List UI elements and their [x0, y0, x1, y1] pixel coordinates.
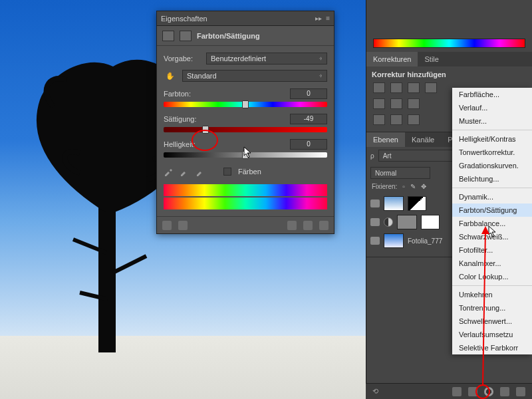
- menu-vibrance[interactable]: Dynamik...: [452, 190, 532, 203]
- mask-add-icon[interactable]: [468, 387, 477, 396]
- panel-menu-icon[interactable]: ≡: [326, 15, 330, 22]
- targeted-adjust-icon[interactable]: ✋: [164, 72, 177, 80]
- saturation-slider[interactable]: [164, 127, 327, 132]
- clip-to-layer-icon[interactable]: [162, 221, 172, 230]
- adjustment-type-icon: [162, 31, 174, 41]
- levels-icon[interactable]: [390, 82, 402, 93]
- folder-icon[interactable]: [500, 387, 509, 396]
- layer-name[interactable]: Fotolia_777: [408, 237, 442, 245]
- menu-gradient-map[interactable]: Verlaufsumsetzu: [452, 328, 532, 341]
- eyedropper-minus-icon[interactable]: [196, 167, 205, 176]
- menu-exposure[interactable]: Belichtung...: [452, 172, 532, 186]
- exposure-icon[interactable]: [425, 82, 437, 93]
- panel-subheader: Farbton/Sättigung: [157, 26, 334, 46]
- layer-thumb[interactable]: [384, 233, 404, 248]
- eyedropper-plus-icon[interactable]: [180, 167, 189, 176]
- hue-thumb[interactable]: [242, 100, 249, 108]
- tab-adjustments[interactable]: Korrekturen: [366, 52, 418, 66]
- color-spectrum-shifted: [164, 198, 327, 209]
- previous-state-icon[interactable]: [178, 221, 188, 230]
- new-layer-icon[interactable]: [516, 387, 525, 396]
- layer-visibility-icon[interactable]: [370, 237, 380, 245]
- lock-move-icon[interactable]: ✥: [421, 183, 426, 190]
- channel-dropdown[interactable]: Standard: [182, 70, 327, 82]
- lightness-label: Helligkeit:: [164, 140, 196, 148]
- menu-black-white[interactable]: Schwarzweiß...: [452, 230, 532, 243]
- curves-icon[interactable]: [408, 82, 420, 93]
- menu-curves[interactable]: Gradationskurven.: [452, 159, 532, 172]
- add-adjustment-label: Korrektur hinzufügen: [366, 66, 532, 80]
- color-panel-strip[interactable]: [373, 39, 525, 48]
- layer-mask-thumb[interactable]: [421, 215, 440, 229]
- visibility-icon[interactable]: [287, 221, 297, 230]
- menu-solid-color[interactable]: Farbfläche...: [452, 88, 532, 101]
- lock-brush-icon[interactable]: ✎: [410, 183, 416, 190]
- tab-layers[interactable]: Ebenen: [366, 132, 405, 147]
- color-spectrum: [164, 184, 327, 196]
- hue-value[interactable]: 0: [290, 88, 327, 99]
- color-balance-icon[interactable]: [408, 98, 420, 109]
- preset-dropdown[interactable]: Benutzerdefiniert: [206, 53, 327, 65]
- menu-posterize[interactable]: Tontrennung...: [452, 301, 532, 315]
- photo-filter-icon[interactable]: [390, 114, 402, 125]
- menu-levels[interactable]: Tonwertkorrektur.: [452, 146, 532, 159]
- menu-invert[interactable]: Umkehren: [452, 288, 532, 301]
- blend-mode-dropdown[interactable]: Normal: [370, 167, 430, 179]
- brightness-icon[interactable]: [373, 82, 385, 93]
- menu-photo-filter[interactable]: Fotofilter...: [452, 243, 532, 257]
- lightness-value[interactable]: 0: [290, 139, 327, 150]
- colorize-label: Färben: [238, 168, 261, 176]
- lock-pixels-icon[interactable]: ▫: [402, 183, 405, 190]
- link-layers-icon[interactable]: ⟲: [372, 387, 378, 396]
- menu-threshold[interactable]: Schwellenwert...: [452, 315, 532, 328]
- saturation-thumb[interactable]: [202, 126, 209, 134]
- preset-label: Vorgabe:: [164, 55, 201, 63]
- eyedropper-icon[interactable]: [164, 167, 173, 176]
- hue-slider[interactable]: [164, 102, 327, 107]
- saturation-label: Sättigung:: [164, 115, 197, 123]
- saturation-value[interactable]: -49: [290, 114, 327, 124]
- layer-thumb[interactable]: [397, 215, 417, 229]
- fx-icon[interactable]: [452, 387, 462, 396]
- panel-footer: [157, 216, 334, 233]
- menu-color-balance[interactable]: Farbbalance...: [452, 217, 532, 230]
- adjustment-name: Farbton/Sättigung: [197, 32, 260, 40]
- layer-visibility-icon[interactable]: [370, 200, 380, 207]
- colorize-checkbox[interactable]: [223, 168, 231, 176]
- layers-footer-bar: ⟲: [366, 383, 532, 399]
- hue-label: Farbton:: [164, 90, 191, 98]
- adjustment-circle-icon: [384, 217, 393, 227]
- new-adjustment-layer-icon[interactable]: [484, 387, 493, 396]
- adjustment-context-menu: Farbfläche... Verlauf... Muster... Helli…: [452, 88, 532, 354]
- lock-label: Fixieren:: [372, 183, 397, 190]
- menu-selective-color[interactable]: Selektive Farbkorr: [452, 341, 532, 354]
- menu-gradient[interactable]: Verlauf...: [452, 101, 532, 114]
- menu-channel-mixer[interactable]: Kanalmixer...: [452, 257, 532, 270]
- tab-channels[interactable]: Kanäle: [405, 132, 441, 147]
- menu-brightness-contrast[interactable]: Helligkeit/Kontras: [452, 132, 532, 146]
- svg-rect-0: [98, 206, 116, 352]
- collapse-chevrons-icon[interactable]: ▸▸: [315, 15, 322, 22]
- lightness-thumb[interactable]: [242, 151, 249, 159]
- channel-mixer-icon[interactable]: [408, 114, 420, 125]
- trash-icon[interactable]: [319, 221, 329, 230]
- panel-header[interactable]: Eigenschaften ▸▸ ≡: [157, 11, 334, 26]
- tab-styles[interactable]: Stile: [418, 52, 445, 66]
- layer-mask-thumb[interactable]: [408, 196, 426, 211]
- reset-icon[interactable]: [303, 221, 313, 230]
- menu-hue-saturation[interactable]: Farbton/Sättigung: [452, 203, 532, 217]
- menu-pattern[interactable]: Muster...: [452, 114, 532, 128]
- layer-thumb[interactable]: [384, 196, 404, 211]
- layer-visibility-icon[interactable]: [370, 218, 380, 226]
- bw-icon[interactable]: [373, 114, 385, 125]
- properties-panel: Eigenschaften ▸▸ ≡ Farbton/Sättigung Vor…: [156, 11, 334, 234]
- mask-view-icon[interactable]: [180, 31, 192, 41]
- panel-title: Eigenschaften: [161, 15, 207, 23]
- vibrance-icon[interactable]: [373, 98, 385, 109]
- menu-color-lookup[interactable]: Color Lookup...: [452, 270, 532, 283]
- lightness-slider[interactable]: [164, 152, 327, 158]
- hue-sat-icon[interactable]: [390, 98, 402, 109]
